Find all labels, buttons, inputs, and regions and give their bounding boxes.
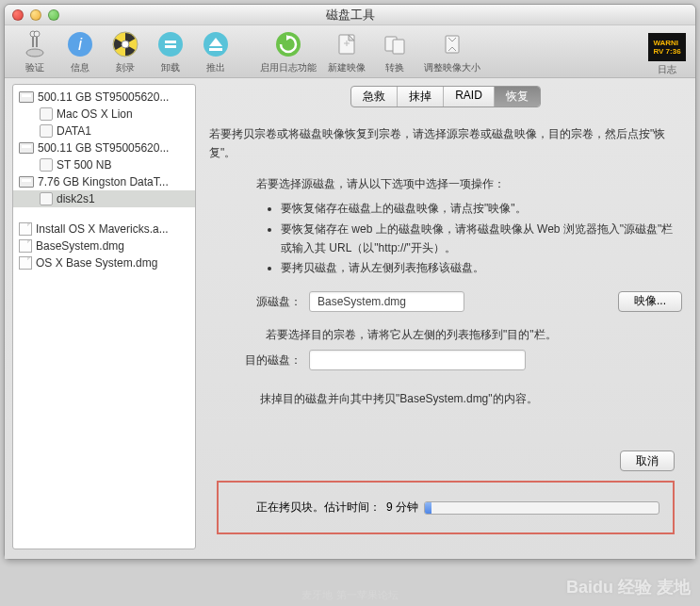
toolbar-burn[interactable]: 刻录 [105,29,146,74]
titlebar[interactable]: 磁盘工具 [5,5,695,25]
toolbar-label: 刻录 [116,61,135,74]
toolbar-eject[interactable]: 推出 [195,29,236,74]
svg-rect-11 [209,48,222,51]
svg-point-7 [158,32,183,57]
destination-label: 目的磁盘： [245,351,301,369]
toolbar-resize-image[interactable]: 调整映像大小 [419,29,485,74]
watermark-sub: 麦牙地 第一苹果论坛 [0,588,700,602]
toolbar-label: 转换 [385,61,404,74]
dmg-icon [19,222,32,236]
source-input[interactable]: BaseSystem.dmg [309,291,464,312]
warning-icon: WARNIRV 7:36 [648,33,686,61]
toolbar-convert[interactable]: 转换 [374,29,415,74]
bullet-list: 要恢复储存在磁盘上的磁盘映像，请点按"映像"。 要恢复储存在 web 上的磁盘映… [281,199,682,278]
sidebar-volume[interactable]: Mac OS X Lion [13,106,195,123]
cancel-button[interactable]: 取消 [620,450,675,471]
svg-rect-8 [165,41,176,43]
toolbar-label: 卸载 [161,61,180,74]
svg-rect-9 [165,45,176,48]
svg-rect-18 [446,36,459,53]
sidebar-disk[interactable]: 500.11 GB ST95005620... [13,139,195,156]
bullet-item: 要拷贝磁盘，请从左侧列表拖移该磁盘。 [281,258,682,277]
tab-erase[interactable]: 抹掉 [398,87,444,106]
sidebar-volume[interactable]: DATA1 [13,123,195,139]
sidebar-image[interactable]: BaseSystem.dmg [13,237,195,254]
toolbar-verify[interactable]: 验证 [14,29,56,74]
volume-icon [40,124,53,138]
erase-note: 抹掉目的磁盘并向其中拷贝"BaseSystem.dmg"的内容。 [260,389,682,408]
dmg-icon [19,239,32,253]
bullet-item: 要恢复储存在 web 上的磁盘映像，请将磁盘映像从 Web 浏览器拖入"源磁盘"… [281,220,682,258]
sidebar-volume-selected[interactable]: disk2s1 [13,190,195,207]
svg-point-2 [34,31,40,37]
toolbar-label: 调整映像大小 [424,61,480,74]
disk-utility-window: 磁盘工具 验证 i 信息 刻录 卸载 推出 启用日志功能 新建映像 [4,4,696,560]
hdd-icon [19,91,34,103]
toolbar-label: 信息 [71,61,90,74]
volume-icon [40,107,53,121]
sidebar-image[interactable]: OS X Base System.dmg [13,254,195,271]
source-row: 源磁盘： BaseSystem.dmg 映像... [245,291,682,312]
toolbar: 验证 i 信息 刻录 卸载 推出 启用日志功能 新建映像 转换 [5,25,695,78]
tab-first-aid[interactable]: 急救 [351,87,398,106]
toolbar-label: 验证 [25,61,44,74]
hdd-icon [19,176,34,188]
svg-rect-17 [393,40,404,54]
toolbar-label: 新建映像 [328,61,366,74]
toolbar-unmount[interactable]: 卸载 [150,29,191,74]
destination-row: 目的磁盘： [245,350,682,370]
tab-restore[interactable]: 恢复 [495,87,540,106]
source-label: 源磁盘： [245,292,301,311]
dest-hint: 若要选择目的宗卷，请将它从左侧的列表拖移到"目的"栏。 [266,325,682,344]
volume-icon [40,158,53,172]
svg-point-0 [26,49,43,57]
footer: 取消 正在拷贝块。估计时间： 9 分钟 [203,437,688,549]
toolbar-info[interactable]: i 信息 [59,29,101,74]
destination-input[interactable] [309,350,526,370]
progress-time: 9 分钟 [386,500,418,516]
tab-raid[interactable]: RAID [444,87,495,106]
toolbar-new-image[interactable]: 新建映像 [323,29,370,74]
main-panel: 急救 抹掉 RAID 恢复 若要拷贝宗卷或将磁盘映像恢复到宗卷，请选择源宗卷或磁… [203,84,688,549]
sub-intro-text: 若要选择源磁盘，请从以下选项中选择一项操作： [256,174,682,193]
window-title: 磁盘工具 [5,7,695,24]
dmg-icon [19,256,32,270]
volume-icon [40,192,53,205]
toolbar-label: 推出 [206,61,225,74]
sidebar-image[interactable]: Install OS X Mavericks.a... [13,221,195,237]
progress-bar [424,501,659,515]
sidebar-disk[interactable]: 500.11 GB ST95005620... [13,89,195,106]
sidebar-volume[interactable]: ST 500 NB [13,156,195,173]
sidebar: 500.11 GB ST95005620... Mac OS X Lion DA… [12,84,196,549]
sidebar-disk[interactable]: 7.76 GB Kingston DataT... [13,173,195,190]
progress-highlight: 正在拷贝块。估计时间： 9 分钟 [217,481,675,534]
restore-content: 若要拷贝宗卷或将磁盘映像恢复到宗卷，请选择源宗卷或磁盘映像，目的宗卷，然后点按"… [203,107,688,409]
toolbar-enable-journaling[interactable]: 启用日志功能 [257,29,319,74]
bullet-item: 要恢复储存在磁盘上的磁盘映像，请点按"映像"。 [281,199,682,218]
svg-point-6 [122,41,129,48]
toolbar-log[interactable]: WARNIRV 7:36 日志 [648,29,686,76]
intro-text: 若要拷贝宗卷或将磁盘映像恢复到宗卷，请选择源宗卷或磁盘映像，目的宗卷，然后点按"… [209,124,682,163]
hdd-icon [19,142,34,154]
image-button[interactable]: 映像... [618,291,682,312]
tabs: 急救 抹掉 RAID 恢复 [203,86,688,107]
toolbar-label: 启用日志功能 [260,61,317,74]
progress-label: 正在拷贝块。估计时间： [256,500,381,516]
